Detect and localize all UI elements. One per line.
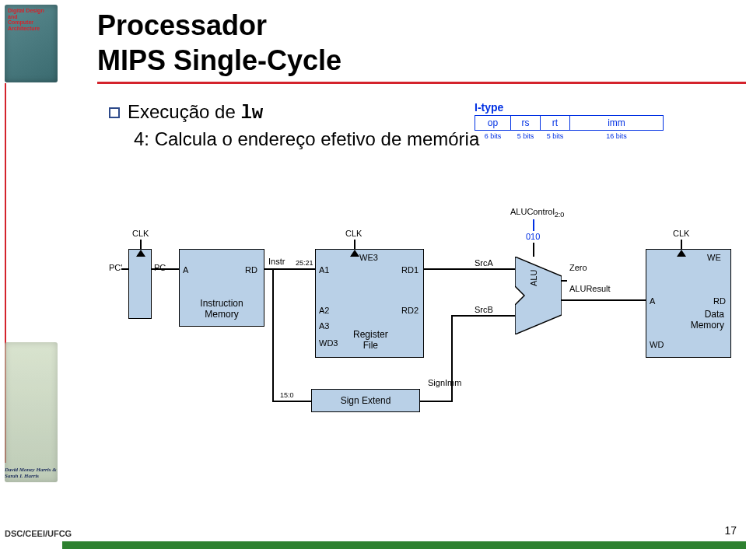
bullet-text: Execução de [128, 101, 240, 122]
zero-label: Zero [569, 263, 587, 272]
itype-bits: 16 bits [570, 131, 664, 142]
alucontrol-wire [533, 219, 534, 231]
title-underline [97, 82, 746, 84]
pc-label: PC [154, 263, 166, 272]
clk-label: CLK [132, 229, 149, 238]
alucontrol-wire2 [533, 243, 534, 257]
wire [272, 268, 274, 401]
alucontrol-label: ALUControl2:0 [510, 207, 564, 219]
alucontrol-value: 010 [526, 232, 540, 241]
itype-bits: 5 bits [511, 131, 541, 142]
clk-triangle-icon [136, 250, 145, 257]
itype-field: imm [570, 116, 664, 131]
bits-15-0: 15:0 [280, 391, 294, 399]
wire [451, 315, 515, 317]
wire [561, 280, 567, 282]
itype-label: I-type [475, 101, 664, 114]
page-title: Processador MIPS Single-Cycle [97, 8, 341, 78]
clk-triangle-icon [350, 250, 359, 257]
body-text: Execução de lw 4: Calcula o endereço efe… [109, 101, 479, 150]
itype-field: rs [511, 116, 541, 131]
clk-wire [140, 240, 142, 249]
page-number: 17 [724, 524, 737, 537]
itype-format: I-type op rs rt imm 6 bits 5 bits 5 bits… [475, 101, 664, 142]
srca-label: SrcA [475, 258, 493, 268]
clk-label: CLK [673, 229, 689, 238]
itype-bits: 5 bits [541, 131, 570, 142]
clk-triangle-icon [677, 250, 686, 257]
pc-register [128, 249, 152, 319]
alu-block [515, 257, 562, 334]
sign-extend-block: Sign Extend [311, 389, 420, 412]
instr-label: Instr [268, 257, 285, 266]
wire [272, 401, 311, 402]
book-panel [5, 342, 58, 482]
datapath-diagram: ALUControl2:0 010 CLK PC' PC A RD Instru… [93, 218, 739, 436]
page-title-line: MIPS Single-Cycle [97, 43, 341, 78]
wire [424, 268, 515, 270]
wire [121, 268, 128, 270]
instruction-memory: A RD Instruction Memory [179, 249, 264, 327]
signimm-label: SignImm [428, 378, 461, 387]
itype-bits: 6 bits [475, 131, 511, 142]
srcb-label: SrcB [475, 305, 493, 314]
bullet-square-icon [109, 107, 120, 118]
register-file: A1 WE3 RD1 A2 RD2 A3 WD3 Register File [315, 249, 424, 358]
wire [420, 401, 453, 402]
wire [451, 315, 453, 401]
wire [561, 299, 646, 301]
clk-label: CLK [345, 229, 362, 238]
clk-wire [681, 240, 682, 249]
book-authors: David Money Harris & Sarah L Harris [5, 467, 59, 479]
bullet-subtext: 4: Calcula o endereço efetivo de memória [134, 128, 479, 150]
data-memory: WE A RD Data Memory WD [646, 249, 731, 358]
book-title-line: Digital Design and [8, 8, 54, 19]
page-title-line: Processador [97, 8, 341, 43]
book-sidebar: Digital Design and Computer Architecture… [0, 0, 62, 560]
book-title: Digital Design and Computer Architecture [8, 8, 54, 32]
bullet-code: lw [240, 103, 263, 124]
itype-table: op rs rt imm 6 bits 5 bits 5 bits 16 bit… [475, 115, 664, 142]
clk-wire [354, 240, 355, 249]
itype-field: rt [541, 116, 570, 131]
book-title-line: Computer Architecture [8, 19, 54, 31]
aluresult-label: ALUResult [569, 284, 611, 293]
svg-marker-0 [515, 257, 562, 334]
wire [152, 268, 179, 270]
itype-field: op [475, 116, 511, 131]
bits-25-21: 25:21 [296, 259, 313, 267]
alu-label: ALU [529, 270, 538, 286]
bullet-item: Execução de lw [109, 101, 479, 124]
pc-next-label: PC' [109, 263, 122, 272]
